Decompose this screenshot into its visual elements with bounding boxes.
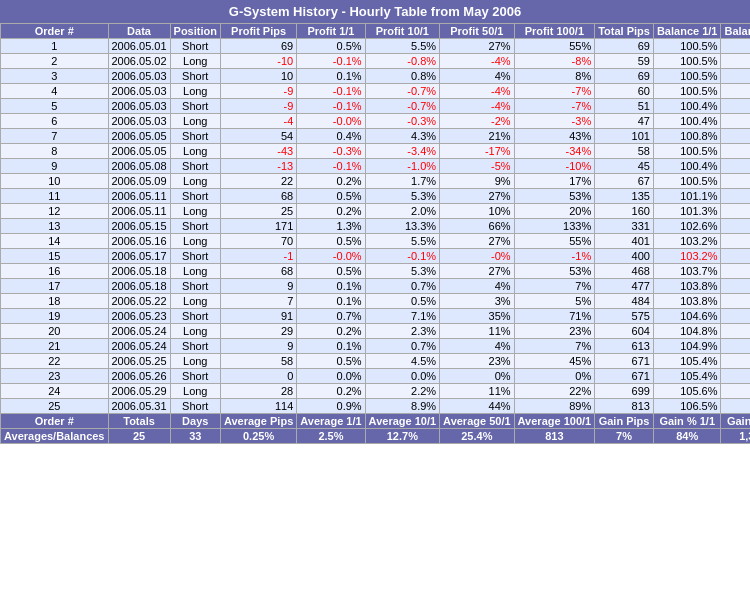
table-row: 22006.05.02Long-10-0.1%-0.8%-4%-8%59100.… bbox=[1, 54, 751, 69]
cell: 671 bbox=[595, 354, 654, 369]
footer-v-col4: 0.25% bbox=[220, 429, 296, 444]
cell: 21 bbox=[1, 339, 109, 354]
cell: 604 bbox=[595, 324, 654, 339]
footer-v-col10: 84% bbox=[653, 429, 721, 444]
cell: 141.9% bbox=[721, 264, 750, 279]
cell: 104.4% bbox=[721, 144, 750, 159]
cell: 2006.05.26 bbox=[108, 369, 170, 384]
cell: 7% bbox=[514, 279, 595, 294]
cell: 2006.05.25 bbox=[108, 354, 170, 369]
cell: 103.6% bbox=[721, 114, 750, 129]
cell: 0% bbox=[440, 369, 514, 384]
cell: Short bbox=[170, 129, 220, 144]
cell: 35% bbox=[440, 309, 514, 324]
cell: 4% bbox=[440, 279, 514, 294]
cell: 0.8% bbox=[365, 69, 439, 84]
cell: 5.3% bbox=[365, 264, 439, 279]
cell: -0.8% bbox=[365, 54, 439, 69]
table-row: 252006.05.31Short1140.9%8.9%44%89%813106… bbox=[1, 399, 751, 414]
cell: 13 bbox=[1, 219, 109, 234]
cell: 13.3% bbox=[365, 219, 439, 234]
cell: Long bbox=[170, 234, 220, 249]
cell: Short bbox=[170, 189, 220, 204]
cell: 4.5% bbox=[365, 354, 439, 369]
cell: -4 bbox=[220, 114, 296, 129]
footer-h-col2: Totals bbox=[108, 414, 170, 429]
cell: 23 bbox=[1, 369, 109, 384]
cell: 105.5% bbox=[721, 39, 750, 54]
cell: 3% bbox=[440, 294, 514, 309]
cell: Long bbox=[170, 324, 220, 339]
footer-h-col4: Average Pips bbox=[220, 414, 296, 429]
cell: 105.5% bbox=[721, 69, 750, 84]
cell: 0.2% bbox=[297, 204, 365, 219]
cell: Long bbox=[170, 84, 220, 99]
cell: 28 bbox=[220, 384, 296, 399]
cell: 575 bbox=[595, 309, 654, 324]
cell: 12 bbox=[1, 204, 109, 219]
cell: 25 bbox=[1, 399, 109, 414]
cell: 400 bbox=[595, 249, 654, 264]
cell: Short bbox=[170, 279, 220, 294]
cell: 29 bbox=[220, 324, 296, 339]
cell: 484 bbox=[595, 294, 654, 309]
cell: 110.7% bbox=[721, 189, 750, 204]
cell: 11% bbox=[440, 384, 514, 399]
cell: 1.7% bbox=[365, 174, 439, 189]
cell: Long bbox=[170, 384, 220, 399]
cell: 103.8% bbox=[653, 279, 721, 294]
cell: 55% bbox=[514, 234, 595, 249]
cell: 5.5% bbox=[365, 39, 439, 54]
cell: 2006.05.03 bbox=[108, 84, 170, 99]
cell: 105.6% bbox=[653, 384, 721, 399]
cell: 134.8% bbox=[721, 234, 750, 249]
cell: 19 bbox=[1, 309, 109, 324]
cell: 104.6% bbox=[653, 309, 721, 324]
cell: 8.9% bbox=[365, 399, 439, 414]
cell: 165.6% bbox=[721, 369, 750, 384]
cell: -2% bbox=[440, 114, 514, 129]
cell: 0.1% bbox=[297, 279, 365, 294]
table-row: 142006.05.16Long700.5%5.5%27%55%401103.2… bbox=[1, 234, 751, 249]
cell: 17% bbox=[514, 174, 595, 189]
table-row: 102006.05.09Long220.2%1.7%9%17%67100.5%1… bbox=[1, 174, 751, 189]
cell: 2006.05.08 bbox=[108, 159, 170, 174]
cell: 47 bbox=[595, 114, 654, 129]
cell: -10% bbox=[514, 159, 595, 174]
cell: 9 bbox=[220, 279, 296, 294]
cell: 0.0% bbox=[365, 369, 439, 384]
cell: 0.5% bbox=[297, 354, 365, 369]
cell: 158.4% bbox=[721, 339, 750, 354]
table-row: 82006.05.05Long-43-0.3%-3.4%-17%-34%5810… bbox=[1, 144, 751, 159]
table-row: 52006.05.03Short-9-0.1%-0.7%-4%-7%51100.… bbox=[1, 99, 751, 114]
cell: 0.2% bbox=[297, 384, 365, 399]
cell: 468 bbox=[595, 264, 654, 279]
cell: 68 bbox=[220, 264, 296, 279]
totals-values-row: Averages/Balances 25 33 0.25% 2.5% 12.7%… bbox=[1, 429, 751, 444]
cell: 7 bbox=[1, 129, 109, 144]
cell: 0.1% bbox=[297, 69, 365, 84]
cell: 15 bbox=[1, 249, 109, 264]
cell: 27% bbox=[440, 234, 514, 249]
cell: -1 bbox=[220, 249, 296, 264]
footer-v-col5: 2.5% bbox=[297, 429, 365, 444]
col-balance-101: Balance 10/1 bbox=[721, 24, 750, 39]
cell: 66% bbox=[440, 219, 514, 234]
col-balance-11: Balance 1/1 bbox=[653, 24, 721, 39]
footer-h-col3: Days bbox=[170, 414, 220, 429]
cell: 4 bbox=[1, 84, 109, 99]
cell: 91 bbox=[220, 309, 296, 324]
cell: 25 bbox=[220, 204, 296, 219]
cell: Long bbox=[170, 204, 220, 219]
cell: 43% bbox=[514, 129, 595, 144]
cell: 53% bbox=[514, 264, 595, 279]
cell: 112.9% bbox=[721, 204, 750, 219]
cell: Short bbox=[170, 219, 220, 234]
cell: 8% bbox=[514, 69, 595, 84]
cell: 2006.05.02 bbox=[108, 54, 170, 69]
cell: 100.8% bbox=[653, 129, 721, 144]
cell: 0.5% bbox=[365, 294, 439, 309]
cell: 89% bbox=[514, 399, 595, 414]
cell: 2.3% bbox=[365, 324, 439, 339]
cell: -4% bbox=[440, 54, 514, 69]
